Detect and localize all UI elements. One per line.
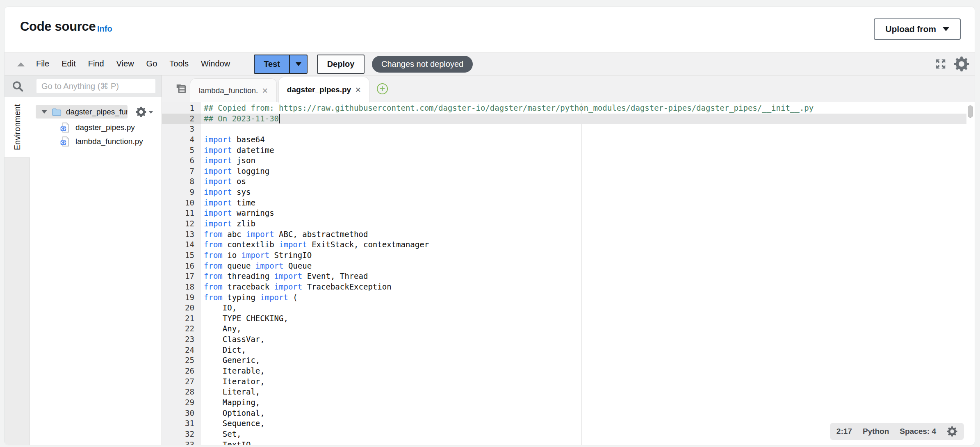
tab-dagster-pipes[interactable]: dagster_pipes.py × <box>278 77 369 103</box>
line-number[interactable]: 1 <box>162 103 201 114</box>
test-split-button[interactable]: Test <box>254 55 308 74</box>
code-line[interactable]: import warnings <box>201 208 975 219</box>
upload-from-button[interactable]: Upload from <box>874 18 961 40</box>
line-number[interactable]: 24 <box>162 345 201 356</box>
code-line[interactable]: import time <box>201 198 975 208</box>
line-number[interactable]: 4 <box>162 135 201 145</box>
code-line[interactable]: IO, <box>201 303 975 313</box>
code-line[interactable]: ## On 2023-11-30 <box>201 114 975 124</box>
close-icon[interactable]: × <box>355 85 361 95</box>
menu-item-go[interactable]: Go <box>146 59 157 68</box>
code-line[interactable]: import sys <box>201 187 975 198</box>
menu-item-file[interactable]: File <box>36 59 49 68</box>
code-line[interactable]: import os <box>201 176 975 187</box>
line-number[interactable]: 14 <box>162 239 201 250</box>
line-number[interactable]: 6 <box>162 155 201 166</box>
new-tab-button[interactable]: + <box>377 83 388 94</box>
line-number[interactable]: 31 <box>162 418 201 429</box>
search-icon[interactable] <box>11 80 24 92</box>
gutter[interactable]: 1234567891011121314151617181920212223242… <box>162 102 201 445</box>
chevron-down-icon[interactable] <box>41 110 47 114</box>
code-area[interactable]: ## Copied from: https://raw.githubuserco… <box>201 103 975 445</box>
test-button-label[interactable]: Test <box>255 55 289 73</box>
line-number[interactable]: 9 <box>162 187 201 198</box>
line-number[interactable]: 15 <box>162 250 201 261</box>
test-dropdown-button[interactable] <box>289 55 307 73</box>
line-number[interactable]: 30 <box>162 408 201 419</box>
code-line[interactable]: ## Copied from: https://raw.githubuserco… <box>201 103 975 114</box>
code-line[interactable]: Literal, <box>201 387 975 397</box>
code-line[interactable]: import logging <box>201 166 975 177</box>
language-mode[interactable]: Python <box>863 427 889 436</box>
code-line[interactable]: import json <box>201 155 975 166</box>
tab-list-icon[interactable] <box>175 82 187 95</box>
menu-item-edit[interactable]: Edit <box>62 59 75 68</box>
line-number[interactable]: 29 <box>162 397 201 408</box>
code-line[interactable]: Iterable, <box>201 366 975 376</box>
deploy-button[interactable]: Deploy <box>317 55 365 74</box>
cursor-position[interactable]: 2:17 <box>836 427 852 436</box>
line-number[interactable]: 16 <box>162 261 201 271</box>
line-number[interactable]: 18 <box>162 282 201 292</box>
code-line[interactable]: import datetime <box>201 145 975 156</box>
line-number[interactable]: 8 <box>162 176 201 187</box>
line-number[interactable]: 33 <box>162 440 201 446</box>
line-number[interactable]: 28 <box>162 387 201 397</box>
code-line[interactable]: from traceback import TracebackException <box>201 282 975 292</box>
code-line[interactable]: import zlib <box>201 219 975 229</box>
line-number[interactable]: 10 <box>162 198 201 208</box>
line-number[interactable]: 25 <box>162 355 201 366</box>
goto-anything-input[interactable] <box>36 79 155 93</box>
code-line[interactable]: Mapping, <box>201 397 975 408</box>
code-line[interactable]: from contextlib import ExitStack, contex… <box>201 239 975 250</box>
collapse-panel-icon[interactable] <box>17 62 25 66</box>
tree-file-lambda-function[interactable]: lambda_function.py <box>60 136 143 147</box>
line-number[interactable]: 17 <box>162 271 201 282</box>
code-line[interactable]: Any, <box>201 324 975 334</box>
code-line[interactable]: import base64 <box>201 135 975 145</box>
code-line[interactable]: Generic, <box>201 355 975 366</box>
line-number[interactable]: 27 <box>162 376 201 387</box>
code-line[interactable]: from queue import Queue <box>201 261 975 271</box>
code-line[interactable]: ClassVar, <box>201 334 975 345</box>
line-number[interactable]: 21 <box>162 313 201 324</box>
fullscreen-icon[interactable] <box>934 58 947 70</box>
menu-item-window[interactable]: Window <box>201 59 230 68</box>
indent-setting[interactable]: Spaces: 4 <box>900 427 936 436</box>
code-line[interactable]: from io import StringIO <box>201 250 975 261</box>
line-number[interactable]: 12 <box>162 219 201 229</box>
line-number[interactable]: 11 <box>162 208 201 219</box>
close-icon[interactable]: × <box>262 86 268 96</box>
editor-content[interactable]: 1234567891011121314151617181920212223242… <box>162 102 975 445</box>
code-line[interactable]: TextIO <box>201 440 975 446</box>
menu-item-find[interactable]: Find <box>88 59 104 68</box>
menu-item-view[interactable]: View <box>116 59 134 68</box>
line-number[interactable]: 20 <box>162 303 201 313</box>
line-number[interactable]: 3 <box>162 124 201 135</box>
tree-folder-row[interactable]: dagster_pipes_functi <box>36 105 128 119</box>
line-number[interactable]: 22 <box>162 324 201 334</box>
line-number[interactable]: 19 <box>162 292 201 303</box>
code-line[interactable]: Iterator, <box>201 376 975 387</box>
tree-settings-control[interactable] <box>136 107 153 117</box>
line-number[interactable]: 13 <box>162 229 201 240</box>
line-number[interactable]: 32 <box>162 429 201 440</box>
code-line[interactable]: TYPE_CHECKING, <box>201 313 975 324</box>
menu-item-tools[interactable]: Tools <box>169 59 189 68</box>
tab-lambda-function[interactable]: lambda_function. × <box>190 78 277 102</box>
code-line[interactable]: Dict, <box>201 345 975 356</box>
line-number[interactable]: 23 <box>162 334 201 345</box>
code-line[interactable]: from threading import Event, Thread <box>201 271 975 282</box>
info-link[interactable]: Info <box>97 24 112 34</box>
code-line[interactable] <box>201 124 975 135</box>
environment-tab[interactable]: Environment <box>5 97 30 158</box>
line-number[interactable]: 7 <box>162 166 201 177</box>
line-number[interactable]: 5 <box>162 145 201 156</box>
code-line[interactable]: Optional, <box>201 408 975 419</box>
settings-gear-icon[interactable] <box>954 56 969 72</box>
tree-file-dagster-pipes[interactable]: dagster_pipes.py <box>60 122 135 133</box>
code-line[interactable]: from abc import ABC, abstractmethod <box>201 229 975 240</box>
line-number[interactable]: 26 <box>162 366 201 376</box>
editor-settings-gear-icon[interactable] <box>947 426 957 437</box>
vertical-scrollbar[interactable] <box>968 105 973 118</box>
